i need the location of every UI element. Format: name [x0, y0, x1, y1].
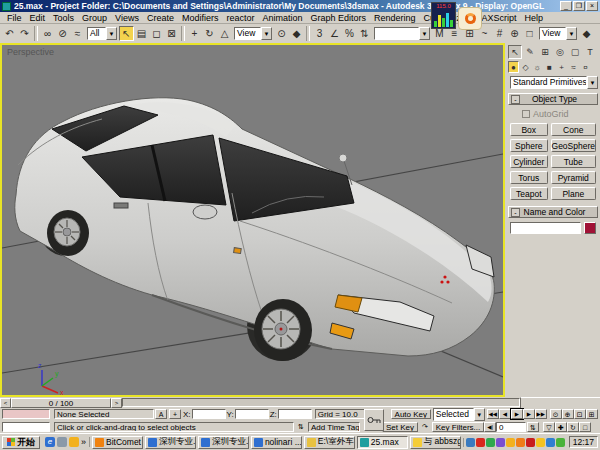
qq-tray-icon[interactable]: [506, 438, 515, 447]
frame-spinner[interactable]: ⇅: [527, 422, 539, 432]
time-slider-right-arrow[interactable]: >: [111, 398, 122, 408]
ie-quicklaunch-icon[interactable]: e: [45, 437, 55, 447]
menu-group[interactable]: Group: [78, 13, 111, 23]
y-coordinate-field[interactable]: [235, 409, 269, 419]
quick-launch-more-icon[interactable]: »: [81, 437, 86, 447]
zoom-extents-all-icon[interactable]: ⊞: [586, 409, 598, 419]
menu-tools[interactable]: Tools: [49, 13, 78, 23]
bind-to-spacewarp-icon[interactable]: ≈: [70, 26, 85, 41]
menu-views[interactable]: Views: [111, 13, 143, 23]
percent-snap-icon[interactable]: %: [342, 26, 357, 41]
viewport-label[interactable]: Perspective: [7, 47, 54, 57]
selection-filter-dropdown[interactable]: All▼: [87, 27, 117, 40]
create-cone-button[interactable]: Cone: [551, 123, 596, 136]
create-plane-button[interactable]: Plane: [551, 187, 596, 200]
geometry-subtab-icon[interactable]: ●: [508, 61, 519, 73]
object-type-rollout[interactable]: - Object Type: [508, 93, 598, 105]
material-editor-icon[interactable]: ⊕: [507, 26, 522, 41]
set-keys-key-icon[interactable]: [364, 409, 384, 431]
add-time-tag[interactable]: Add Time Tag: [308, 422, 360, 432]
dropdown-arrow-icon[interactable]: ▼: [587, 76, 598, 89]
modify-tab-icon[interactable]: ✎: [523, 45, 537, 59]
auto-key-button[interactable]: Auto Key: [391, 409, 431, 419]
globe-tray-icon[interactable]: [546, 438, 555, 447]
create-teapot-button[interactable]: Teapot: [510, 187, 548, 200]
select-and-link-icon[interactable]: ∞: [40, 26, 55, 41]
create-sphere-button[interactable]: Sphere: [510, 139, 548, 152]
dropdown-arrow-icon[interactable]: ▼: [261, 27, 272, 40]
taskbar-button-chat[interactable]: 与 abbszg...: [410, 436, 461, 449]
menu-help[interactable]: Help: [521, 13, 548, 23]
orange-ring-overlay-icon[interactable]: [458, 7, 482, 30]
play-button[interactable]: ▶: [511, 409, 523, 419]
taskbar-button-ie[interactable]: 深圳专业...: [198, 436, 249, 449]
taskbar-button-bitcomet[interactable]: BitComet (...: [92, 436, 143, 449]
key-selection-dropdown[interactable]: Selected ▼: [433, 408, 485, 421]
select-and-manipulate-icon[interactable]: ◆: [289, 26, 304, 41]
pan-icon[interactable]: ✚: [555, 422, 567, 432]
restore-button[interactable]: ❐: [573, 1, 585, 11]
render-setup-icon[interactable]: □: [522, 26, 537, 41]
input-method-tray-icon[interactable]: [466, 438, 475, 447]
new-key-curve-icon[interactable]: ↷: [419, 422, 431, 432]
object-color-swatch[interactable]: [584, 222, 596, 234]
window-crossing-toggle-icon[interactable]: ⊠: [164, 26, 179, 41]
helpers-subtab-icon[interactable]: +: [556, 61, 567, 73]
rollout-collapse-icon[interactable]: -: [511, 208, 520, 217]
reference-coordinate-dropdown[interactable]: View▼: [234, 27, 272, 40]
menu-graph-editors[interactable]: Graph Editors: [307, 13, 371, 23]
close-button[interactable]: ×: [586, 1, 598, 11]
car-model[interactable]: [15, 98, 495, 361]
display-tab-icon[interactable]: ▢: [568, 45, 582, 59]
select-by-name-icon[interactable]: ▤: [134, 26, 149, 41]
key-mode-toggle-icon[interactable]: ◀|: [484, 422, 496, 432]
key-filters-button[interactable]: Key Filters...: [432, 422, 484, 432]
menu-rendering[interactable]: Rendering: [370, 13, 420, 23]
menu-animation[interactable]: Animation: [258, 13, 306, 23]
time-slider-handle[interactable]: 0 / 100: [11, 398, 111, 408]
shield-green-tray-icon[interactable]: [486, 438, 495, 447]
primitive-category-dropdown[interactable]: Standard Primitives ▼: [510, 76, 598, 89]
meter-overlay-icon[interactable]: 115.0: [431, 2, 456, 29]
green-arrow-tray-icon[interactable]: [556, 438, 565, 447]
prompt-extras-icon[interactable]: ⇅: [295, 422, 307, 432]
menu-edit[interactable]: Edit: [26, 13, 50, 23]
cameras-subtab-icon[interactable]: ■: [544, 61, 555, 73]
create-cylinder-button[interactable]: Cylinder: [510, 155, 548, 168]
perspective-viewport[interactable]: Perspective: [0, 43, 505, 397]
use-pivot-center-icon[interactable]: ⊙: [274, 26, 289, 41]
select-and-move-icon[interactable]: +: [187, 26, 202, 41]
spacewarps-subtab-icon[interactable]: ≈: [568, 61, 579, 73]
field-of-view-icon[interactable]: ▽: [543, 422, 555, 432]
spinner-snap-icon[interactable]: ⇅: [357, 26, 372, 41]
object-name-field[interactable]: [510, 222, 581, 234]
z-coordinate-field[interactable]: [278, 409, 312, 419]
menu-modifiers[interactable]: Modifiers: [178, 13, 223, 23]
shield-purple-tray-icon[interactable]: [496, 438, 505, 447]
name-color-rollout[interactable]: - Name and Color: [508, 206, 598, 218]
maxscript-mini-listener-pink[interactable]: [2, 409, 50, 419]
create-tab-icon[interactable]: ↖: [508, 45, 522, 59]
go-to-end-button[interactable]: ▶▶: [535, 409, 547, 419]
red-square-tray-icon[interactable]: [526, 438, 535, 447]
next-frame-button[interactable]: ▶: [523, 409, 535, 419]
shapes-subtab-icon[interactable]: ◇: [520, 61, 531, 73]
x-coordinate-field[interactable]: [192, 409, 226, 419]
lights-subtab-icon[interactable]: ☼: [532, 61, 543, 73]
menu-create[interactable]: Create: [143, 13, 178, 23]
zoom-extents-icon[interactable]: ⊡: [574, 409, 586, 419]
select-and-scale-icon[interactable]: △: [217, 26, 232, 41]
taskbar-button-ie[interactable]: nolinari ...: [251, 436, 302, 449]
dropdown-arrow-icon[interactable]: ▼: [419, 27, 430, 40]
set-key-button[interactable]: Set Key: [382, 422, 418, 432]
zoom-all-icon[interactable]: ⊕: [562, 409, 574, 419]
menu-reactor[interactable]: reactor: [222, 13, 258, 23]
maxscript-mini-listener-white[interactable]: [2, 422, 50, 432]
create-tube-button[interactable]: Tube: [551, 155, 596, 168]
render-type-dropdown[interactable]: View▼: [539, 27, 577, 40]
motion-tab-icon[interactable]: ◎: [553, 45, 567, 59]
dropdown-arrow-icon[interactable]: ▼: [566, 27, 577, 40]
create-pyramid-button[interactable]: Pyramid: [551, 171, 596, 184]
snap-toggle-3d-icon[interactable]: 3: [312, 26, 327, 41]
create-box-button[interactable]: Box: [510, 123, 548, 136]
